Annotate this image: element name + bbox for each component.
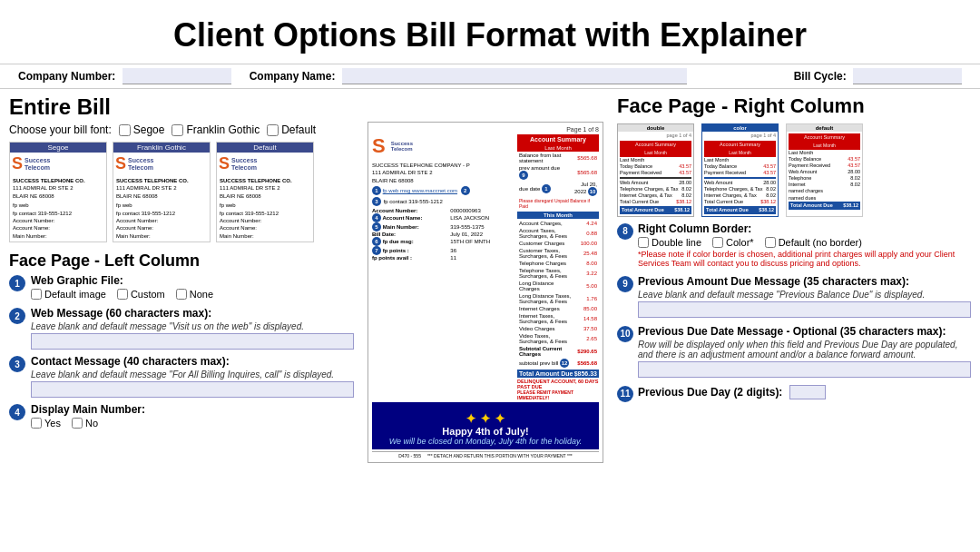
bill-badge-3: 3 [372, 197, 381, 206]
rcb-color-header: color [702, 124, 778, 132]
font-franklin-label[interactable]: Franklin Gothic [172, 123, 260, 136]
right-item-10-title: Previous Due Date Message - Optional (35… [638, 325, 971, 338]
bill-page-label: Page 1 of 8 [372, 126, 599, 133]
no-border-option[interactable]: Default (no border) [765, 237, 862, 248]
bill-fp-web: fp web msg www.maccnet.com [383, 188, 457, 193]
last-month-title: Last Month [517, 144, 599, 152]
left-panel: Entire Bill Choose your bill font: Segoe… [9, 94, 354, 463]
company-number-label: Company Number: [18, 70, 115, 83]
item-4-options: Yes No [31, 418, 354, 429]
right-item-9: 9 Previous Amount Due Message (35 charac… [617, 275, 971, 318]
company-number-input[interactable] [122, 68, 231, 84]
bill-badge-6: 6 [372, 237, 381, 246]
middle-panel: Page 1 of 8 S SuccessTelecom SUCCESS TEL… [363, 94, 608, 463]
rcb-color-body: Account Summary Last Month Last Month To… [702, 139, 778, 216]
yes-option[interactable]: Yes [31, 418, 61, 429]
rcb-default-body: Account Summary Last Month Last Month To… [787, 132, 862, 212]
bill-cycle-input[interactable] [853, 68, 962, 84]
font-segoe-checkbox[interactable] [119, 124, 131, 136]
yes-checkbox[interactable] [31, 418, 42, 429]
bill-cycle-field: Bill Cycle: [794, 68, 962, 84]
right-badge-11: 11 [617, 386, 633, 402]
left-item-1: 1 Web Graphic File: Default image Custom… [9, 274, 354, 301]
item-3-input[interactable] [31, 381, 354, 398]
rcb-double-body: Account Summary Last Month Last Month To… [618, 139, 693, 216]
company-name-field: Company Name: [250, 68, 687, 84]
item-1-title: Web Graphic File: [31, 274, 354, 287]
no-option[interactable]: No [72, 418, 98, 429]
company-name-label: Company Name: [250, 70, 336, 83]
right-panel: Face Page - Right Column double page 1 o… [617, 94, 971, 463]
bill-logo-s: S [372, 134, 386, 158]
delinquent-text: DELINQUENT ACCOUNT, 60 DAYS PAST DUE [517, 379, 599, 389]
acct-summary-title: Account Summary [517, 134, 599, 144]
prev-due-day-input[interactable] [789, 385, 826, 399]
top-bar: Company Number: Company Name: Bill Cycle… [0, 64, 980, 89]
right-badge-8: 8 [617, 223, 633, 240]
right-col-border-previews: double page 1 of 4 Account Summary Last … [617, 123, 971, 217]
badge-3: 3 [9, 356, 25, 372]
double-line-option[interactable]: Double line [638, 237, 701, 248]
right-item-10-input[interactable] [638, 361, 971, 378]
font-franklin-checkbox[interactable] [172, 124, 183, 136]
right-badge-10: 10 [617, 326, 633, 342]
double-line-checkbox[interactable] [638, 237, 649, 248]
color-checkbox[interactable] [712, 237, 723, 248]
logo-s-franklin: S [115, 154, 126, 173]
bill-left-col: S SuccessTelecom SUCCESS TELEPHONE COMPA… [372, 134, 514, 400]
bill-badge-4: 4 [372, 213, 381, 222]
font-default-checkbox[interactable] [267, 124, 279, 136]
item-3-title: Contact Message (40 characters max): [31, 355, 354, 368]
right-item-8-note: *Please note if color border is chosen, … [638, 250, 971, 268]
logo-text-segoe: SuccessTelecom [24, 157, 50, 171]
color-option[interactable]: Color* [712, 237, 754, 248]
bill-badge-7: 7 [372, 246, 381, 255]
rcb-default: default Account Summary Last Month Last … [786, 123, 863, 217]
bill-fp-contact: fp contact 319-555-1212 [384, 199, 443, 204]
badge-1: 1 [9, 275, 25, 291]
choose-font-row: Choose your bill font: Segoe Franklin Go… [9, 123, 354, 136]
face-page-left-title: Face Page - Left Column [9, 251, 354, 271]
choose-font-label: Choose your bill font: [9, 123, 112, 136]
custom-option[interactable]: Custom [117, 289, 165, 300]
right-item-9-input[interactable] [638, 301, 971, 318]
company-name-input[interactable] [342, 68, 687, 84]
logo-s-default: S [219, 154, 230, 173]
font-default-label[interactable]: Default [267, 123, 316, 136]
default-image-checkbox[interactable] [31, 289, 42, 300]
bill-logo-text: SuccessTelecom [391, 141, 413, 152]
font-preview-segoe: Segoe S SuccessTelecom SUCCESS TELEPHONE… [9, 142, 107, 242]
entire-bill-title: Entire Bill [9, 94, 354, 120]
summary-table-current: Account Charges,4.24 Account Taxes, Surc… [517, 220, 599, 369]
rcb-color-pagelabel: page 1 of 4 [702, 132, 778, 139]
no-checkbox[interactable] [72, 418, 83, 429]
holiday-text: Happy 4th of July! [376, 426, 595, 437]
font-segoe-label[interactable]: Segoe [119, 123, 165, 136]
bill-badge-1: 1 [372, 186, 381, 195]
no-border-checkbox[interactable] [765, 237, 776, 248]
bill-badge-5: 5 [372, 222, 381, 232]
none-option[interactable]: None [176, 289, 213, 300]
custom-checkbox[interactable] [117, 289, 128, 300]
font-previews: Segoe S SuccessTelecom SUCCESS TELEPHONE… [9, 142, 354, 242]
badge-4: 4 [9, 404, 25, 420]
item-4-title: Display Main Number: [31, 403, 354, 416]
preview-segoe-header: Segoe [10, 143, 106, 153]
rcb-double-pagelabel: page 1 of 4 [618, 132, 693, 139]
rcb-default-header: default [787, 124, 862, 132]
font-preview-default: Default S SuccessTelecom SUCCESS TELEPHO… [216, 142, 314, 242]
none-checkbox[interactable] [176, 289, 187, 300]
right-item-9-title: Previous Amount Due Message (35 characte… [638, 275, 971, 288]
bill-company: SUCCESS TELEPHONE COMPANY - P 111 ADMIRA… [372, 162, 514, 184]
bill-right-col: Account Summary Last Month Balance from … [517, 134, 599, 400]
rcb-double: double page 1 of 4 Account Summary Last … [617, 123, 694, 217]
item-1-options: Default image Custom None [31, 289, 354, 300]
summary-table-last: Balance from last statement$565.68 prev … [517, 152, 599, 210]
left-item-2: 2 Web Message (60 characters max): Leave… [9, 307, 354, 350]
logo-text-franklin: SuccessTelecom [128, 157, 153, 171]
holiday-sub: We will be closed on Monday, July 4th fo… [376, 437, 595, 446]
preview-default-header: Default [217, 143, 313, 153]
item-2-input[interactable] [31, 333, 354, 350]
default-image-option[interactable]: Default image [31, 289, 106, 300]
left-item-4: 4 Display Main Number: Yes No [9, 403, 354, 430]
